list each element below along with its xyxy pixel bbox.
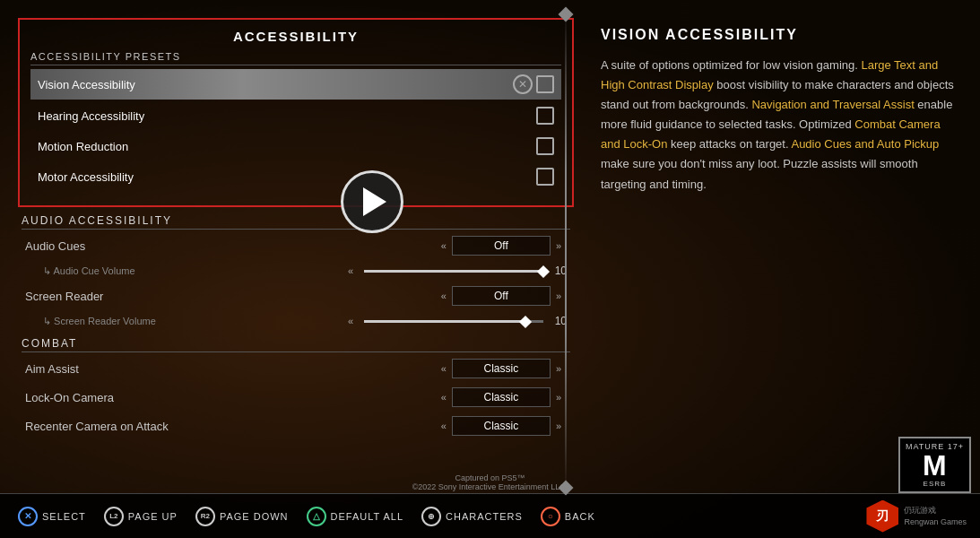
preset-motion-label: Motion Reduction: [38, 140, 128, 153]
accessibility-box: ACCESSIBILITY ACCESSIBILITY PRESETS Visi…: [18, 18, 574, 207]
recenter-left[interactable]: «: [436, 421, 452, 431]
audio-cue-volume-label: ↳ Audio Cue Volume: [25, 265, 204, 277]
preset-hearing-icons: [536, 107, 554, 125]
screen-reader-value: Off: [452, 286, 551, 306]
square-icon: [536, 75, 554, 93]
square-icon-motion: [536, 137, 554, 155]
vision-panel-title: VISION ACCESSIBILITY: [601, 27, 962, 43]
audio-section: AUDIO ACCESSIBILITY Audio Cues « Off » ↳…: [18, 214, 574, 332]
aim-assist-value: Classic: [452, 359, 551, 378]
right-panel: VISION ACCESSIBILITY A suite of options …: [574, 9, 980, 538]
preset-vision[interactable]: Vision Accessibility ✕: [30, 69, 561, 100]
preset-hearing[interactable]: Hearing Accessibility: [30, 101, 561, 130]
rating-esrb-label: ESRB: [906, 480, 964, 488]
lockon-left[interactable]: «: [436, 392, 452, 403]
presets-title: ACCESSIBILITY PRESETS: [30, 51, 561, 65]
aim-assist-label: Aim Assist: [25, 362, 186, 376]
screen-reader-volume-slider[interactable]: [364, 320, 543, 323]
combat-title: COMBAT: [22, 337, 570, 352]
screen-reader-volume-value: 10: [549, 315, 567, 327]
lockon-camera-label: Lock-On Camera: [25, 391, 186, 404]
rating-m-label: M: [906, 451, 964, 480]
aim-assist-row: Aim Assist « Classic »: [22, 354, 570, 383]
square-icon-motor: [536, 168, 554, 186]
audio-cue-volume-slider[interactable]: [364, 270, 543, 273]
audio-cues-label: Audio Cues: [25, 239, 186, 253]
accessibility-title: ACCESSIBILITY: [30, 29, 561, 44]
lockon-value: Classic: [452, 387, 551, 407]
x-circle-icon: ✕: [513, 74, 533, 94]
audio-cue-vol-left[interactable]: «: [343, 265, 359, 276]
screen-reader-volume-row: ↳ Screen Reader Volume « 10: [22, 310, 570, 332]
preset-motor[interactable]: Motor Accessibility: [30, 162, 561, 191]
screen-reader-left[interactable]: «: [436, 291, 452, 301]
audio-cues-left-arrow[interactable]: «: [436, 240, 452, 251]
main-container: ACCESSIBILITY ACCESSIBILITY PRESETS Visi…: [0, 0, 980, 538]
preset-motor-icons: [536, 168, 554, 186]
desc-highlight-2: Navigation and Traversal Assist: [751, 98, 914, 111]
recenter-value: Classic: [452, 416, 551, 436]
screen-reader-volume-label: ↳ Screen Reader Volume: [25, 316, 204, 327]
recenter-camera-label: Recenter Camera on Attack: [25, 420, 186, 433]
screen-reader-row: Screen Reader « Off »: [22, 282, 570, 310]
screen-reader-vol-left[interactable]: «: [343, 316, 359, 326]
audio-title: AUDIO ACCESSIBILITY: [22, 214, 570, 230]
square-icon-hearing: [536, 107, 554, 125]
rating-badge: MATURE 17+ M ESRB: [898, 437, 971, 493]
play-icon: [363, 187, 386, 216]
left-panel: ACCESSIBILITY ACCESSIBILITY PRESETS Visi…: [0, 9, 574, 538]
lockon-camera-row: Lock-On Camera « Classic »: [22, 383, 570, 412]
audio-cues-value: Off: [452, 236, 551, 256]
vision-description: A suite of options optimized for low vis…: [601, 56, 962, 195]
preset-hearing-label: Hearing Accessibility: [38, 109, 144, 123]
preset-motion[interactable]: Motion Reduction: [30, 132, 561, 161]
aim-assist-left[interactable]: «: [436, 363, 452, 374]
recenter-camera-row: Recenter Camera on Attack « Classic »: [22, 412, 570, 440]
audio-cue-volume-value: 10: [549, 265, 567, 277]
play-button[interactable]: [341, 170, 403, 233]
preset-motion-icons: [536, 137, 554, 155]
audio-cues-row: Audio Cues « Off »: [22, 231, 570, 260]
preset-motor-label: Motor Accessibility: [38, 170, 134, 184]
combat-section: COMBAT Aim Assist « Classic » Lock-On Ca…: [18, 337, 574, 440]
preset-vision-icons: ✕: [513, 74, 554, 94]
desc-text-4: keep attacks on target.: [667, 137, 791, 151]
desc-text-1: A suite of options optimized for low vis…: [601, 58, 861, 72]
desc-highlight-4: Audio Cues and Auto Pickup: [791, 137, 939, 151]
center-divider: [565, 9, 567, 493]
audio-cue-volume-row: ↳ Audio Cue Volume « 10: [22, 260, 570, 282]
desc-text-5: make sure you don't miss any loot. Puzzl…: [601, 157, 918, 190]
preset-vision-label: Vision Accessibility: [38, 78, 135, 91]
screen-reader-label: Screen Reader: [25, 290, 186, 303]
